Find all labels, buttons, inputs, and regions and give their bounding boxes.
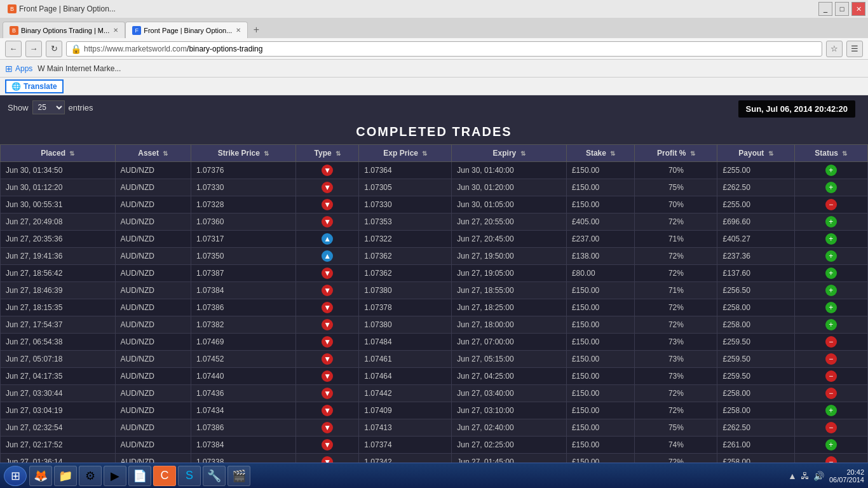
cell-status: − [794, 351, 867, 368]
close-button[interactable]: ✕ [851, 2, 865, 16]
cell-type: ▼ [296, 316, 359, 334]
cell-stake: £150.00 [566, 162, 635, 179]
cell-exp-price: 1.07380 [359, 316, 452, 334]
cell-placed: Jun 30, 00:55:31 [1, 196, 116, 214]
taskbar-app-chrome[interactable]: C [153, 466, 176, 486]
tab-2-close[interactable]: ✕ [236, 27, 241, 34]
table-row: Jun 27, 20:49:08 AUD/NZD 1.07360 ▼ 1.073… [1, 214, 868, 231]
type-icon: ▼ [322, 439, 333, 451]
tray-arrow-icon[interactable]: ▲ [788, 471, 797, 481]
col-placed[interactable]: Placed ⇅ [1, 145, 116, 162]
taskbar-app-folder[interactable]: 📁 [54, 466, 77, 486]
status-icon: + [825, 165, 837, 176]
cell-type: ▼ [296, 214, 359, 231]
cell-stake: £237.00 [566, 231, 635, 248]
address-bar: ← → ↻ 🔒 https://www.marketsworld.com/bin… [0, 38, 868, 60]
cell-strike: 1.07434 [191, 402, 295, 419]
cell-payout: £696.60 [717, 214, 794, 231]
taskbar-app-files[interactable]: 📄 [128, 466, 151, 486]
trades-container: Show 25 50 100 entries COMPLETED TRADES … [0, 95, 868, 463]
taskbar-app-repair[interactable]: 🔧 [203, 466, 226, 486]
back-button[interactable]: ← [5, 41, 22, 57]
tab-1-close[interactable]: ✕ [113, 27, 118, 34]
taskbar-app-skype[interactable]: S [178, 466, 201, 486]
cell-exp-price: 1.07305 [359, 179, 452, 196]
minimize-button[interactable]: _ [818, 2, 832, 16]
cell-placed: Jun 30, 01:12:20 [1, 179, 116, 196]
col-strike[interactable]: Strike Price ⇅ [191, 145, 295, 162]
cell-stake: £150.00 [566, 351, 635, 368]
cell-asset: AUD/NZD [115, 368, 191, 385]
col-payout[interactable]: Payout ⇅ [717, 145, 794, 162]
cell-profit: 72% [635, 299, 717, 316]
taskbar-app-video[interactable]: 🎬 [227, 466, 250, 486]
cell-type: ▲ [296, 248, 359, 265]
cell-strike: 1.07338 [191, 454, 295, 463]
menu-button[interactable]: ☰ [846, 41, 863, 57]
cell-stake: £150.00 [566, 437, 635, 454]
cell-asset: AUD/NZD [115, 316, 191, 334]
window-controls: _ □ ✕ [818, 2, 865, 16]
cell-expiry: Jun 27, 07:00:00 [452, 334, 567, 351]
cell-stake: £150.00 [566, 334, 635, 351]
tray-network-icon[interactable]: 🖧 [801, 471, 810, 481]
col-status[interactable]: Status ⇅ [794, 145, 867, 162]
taskbar-left: ⊞ 🦊 📁 ⚙ ▶ 📄 C S 🔧 🎬 [4, 466, 250, 486]
cell-payout: £258.00 [717, 299, 794, 316]
taskbar-app-media[interactable]: ▶ [104, 466, 126, 486]
clock[interactable]: 20:42 06/07/2014 [829, 468, 864, 484]
new-tab-button[interactable]: + [248, 22, 264, 38]
cell-asset: AUD/NZD [115, 282, 191, 299]
type-icon: ▼ [322, 319, 333, 330]
cell-strike: 1.07350 [191, 248, 295, 265]
col-type[interactable]: Type ⇅ [296, 145, 359, 162]
url-prefix: https://www.marketsworld.com [84, 44, 187, 53]
cell-exp-price: 1.07461 [359, 351, 452, 368]
table-row: Jun 27, 18:56:42 AUD/NZD 1.07387 ▼ 1.073… [1, 265, 868, 282]
tray-volume-icon[interactable]: 🔊 [813, 471, 824, 481]
cell-exp-price: 1.07374 [359, 437, 452, 454]
table-row: Jun 30, 00:55:31 AUD/NZD 1.07328 ▼ 1.073… [1, 196, 868, 214]
col-expiry[interactable]: Expiry ⇅ [452, 145, 567, 162]
col-asset[interactable]: Asset ⇅ [115, 145, 191, 162]
cell-strike: 1.07440 [191, 368, 295, 385]
taskbar-app-firefox[interactable]: 🦊 [29, 466, 52, 486]
refresh-button[interactable]: ↻ [46, 41, 62, 57]
translate-button[interactable]: 🌐 Translate [5, 79, 64, 93]
cell-placed: Jun 27, 02:17:52 [1, 437, 116, 454]
taskbar-app-settings[interactable]: ⚙ [79, 466, 102, 486]
status-icon: − [825, 422, 837, 433]
cell-stake: £150.00 [566, 282, 635, 299]
col-exp-price[interactable]: Exp Price ⇅ [359, 145, 452, 162]
show-select[interactable]: 25 50 100 [32, 100, 65, 114]
col-stake[interactable]: Stake ⇅ [566, 145, 635, 162]
cell-placed: Jun 27, 04:17:35 [1, 368, 116, 385]
tab-1[interactable]: B Binary Options Trading | M... ✕ [3, 22, 125, 38]
cell-payout: £259.50 [717, 351, 794, 368]
status-icon: − [825, 370, 837, 382]
cell-payout: £262.50 [717, 179, 794, 196]
status-icon: + [825, 250, 837, 262]
cell-profit: 72% [635, 316, 717, 334]
status-icon: + [825, 233, 837, 245]
url-box[interactable]: 🔒 https://www.marketsworld.com/binary-op… [66, 41, 822, 57]
maximize-button[interactable]: □ [835, 2, 849, 16]
type-icon: ▼ [322, 165, 333, 176]
cell-payout: £258.00 [717, 316, 794, 334]
apps-bookmark[interactable]: ⊞ Apps [5, 64, 32, 74]
cell-status: + [794, 437, 867, 454]
title-bar: B Front Page | Binary Option... _ □ ✕ [0, 0, 868, 18]
forward-button[interactable]: → [25, 41, 42, 57]
col-profit[interactable]: Profit % ⇅ [635, 145, 717, 162]
table-row: Jun 27, 20:35:36 AUD/NZD 1.07317 ▲ 1.073… [1, 231, 868, 248]
bookmark-star[interactable]: ☆ [826, 41, 843, 57]
start-button[interactable]: ⊞ [4, 466, 27, 486]
cell-placed: Jun 30, 01:34:50 [1, 162, 116, 179]
type-icon: ▼ [322, 353, 333, 365]
cell-asset: AUD/NZD [115, 402, 191, 419]
status-icon: + [825, 302, 837, 313]
tab-2[interactable]: F Front Page | Binary Option... ✕ [125, 22, 248, 38]
cell-asset: AUD/NZD [115, 265, 191, 282]
main-internet-bookmark[interactable]: W Main Internet Marke... [37, 64, 121, 73]
cell-placed: Jun 27, 01:36:14 [1, 454, 116, 463]
